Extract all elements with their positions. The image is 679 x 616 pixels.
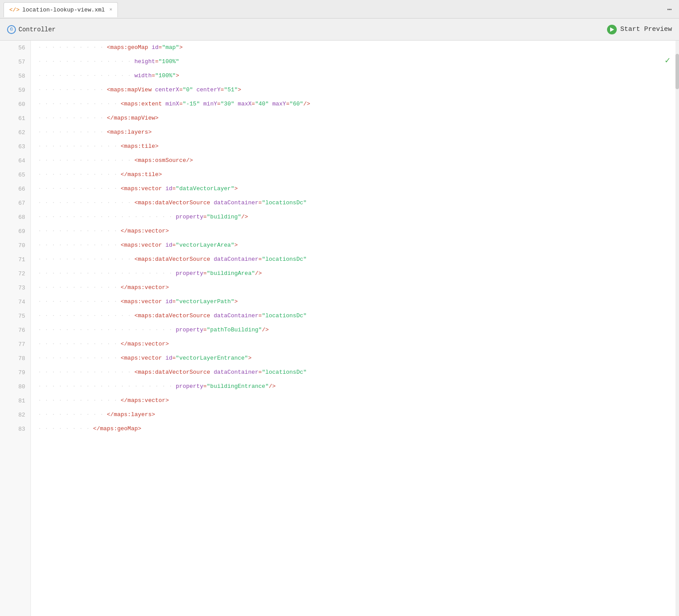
token-tag: /> [241,210,248,224]
token-attr-name: height [134,55,155,69]
token-tag: <maps:layers> [107,125,151,139]
code-line: · · · · · · · · · · · · </maps:vector> [31,224,679,238]
code-line: · · · · · · · · · · · · </maps:tile> [31,168,679,182]
token-tag: <maps:geoMap [107,41,148,55]
play-triangle [610,27,614,32]
token-attr-value: "vectorLayerEntrance" [176,351,248,365]
toolbar: © Controller Start Preview [0,19,679,41]
code-line: · · · · · · · · · · · · · · <maps:dataVe… [31,196,679,210]
token-tag: <maps:dataVectorSource [134,365,210,379]
token-space [162,295,166,309]
code-line: · · · · · · · · · · · · · · · · · · · · … [31,379,679,394]
token-space [151,83,155,97]
token-attr-name: width [134,69,151,83]
checkmark-icon: ✓ [665,55,670,66]
line-number: 76 [0,323,30,337]
indent: · · · · · · · · · · [38,41,107,55]
play-icon [607,25,617,34]
code-line: · · · · · · · · · · · · · · · · · · · · … [31,323,679,337]
indent: · · · · · · · · [38,422,93,436]
token-space [162,182,166,196]
start-preview-label: Start Preview [620,26,672,33]
code-line: · · · · · · · · · · <maps:layers> [31,125,679,139]
line-number: 67 [0,196,30,210]
file-tab[interactable]: </> location-lookup-view.xml × [4,2,118,17]
scrollbar-thumb[interactable] [675,54,679,89]
token-attr-name: maxX [238,97,252,111]
code-line: · · · · · · · · · · · · · · height="100%… [31,55,679,69]
token-tag: </maps:vector> [121,337,169,351]
indent: · · · · · · · · · · · · · · [38,154,134,168]
start-preview-button[interactable]: Start Preview [607,25,672,34]
line-number: 56 [0,41,30,55]
line-number: 64 [0,154,30,168]
indent: · · · · · · · · · · · · · · [38,196,134,210]
token-bracket: = [203,267,207,281]
token-attr-value: "locationsDc" [262,252,306,267]
token-attr-value: "100%" [158,55,179,69]
token-space [193,83,196,97]
indent: · · · · · · · · · · · · [38,281,121,295]
editor: 5657585960616263646566676869707172737475… [0,41,679,616]
token-attr-name: minY [204,97,217,111]
code-line: · · · · · · · · </maps:geoMap> [31,422,679,436]
code-line: · · · · · · · · · · · · · · <maps:osmSou… [31,154,679,168]
token-tag: <maps:mapView [107,83,151,97]
code-line: · · · · · · · · · · <maps:mapView center… [31,83,679,97]
indent: · · · · · · · · · · · · [38,139,121,154]
token-tag: <maps:vector [121,351,162,365]
indent: · · · · · · · · · · · · [38,224,121,238]
token-space [148,41,152,55]
code-line: · · · · · · · · · · · · <maps:vector id=… [31,351,679,365]
code-line: · · · · · · · · · · · · <maps:extent min… [31,97,679,111]
token-bracket: = [286,97,290,111]
token-attr-value: "60" [290,97,303,111]
token-attr-value: "40" [255,97,269,111]
token-space [162,351,166,365]
token-tag: <maps:extent [121,97,162,111]
token-attr-name: centerX [155,83,179,97]
indent: · · · · · · · · · · · · [38,97,121,111]
token-attr-value: "-15" [183,97,200,111]
code-line: · · · · · · · · · · · · <maps:tile> [31,139,679,154]
token-tag: /> [269,379,276,394]
scrollbar[interactable] [675,41,679,616]
token-tag: </maps:vector> [121,394,169,408]
token-bracket: > [248,351,252,365]
code-line: · · · · · · · · · · </maps:mapView> [31,111,679,125]
line-number: 63 [0,139,30,154]
token-attr-name: maxY [272,97,286,111]
line-numbers: 5657585960616263646566676869707172737475… [0,41,31,616]
line-number: 79 [0,365,30,379]
tab-more-button[interactable]: ⋯ [664,3,675,16]
indent: · · · · · · · · · · · · · · · · · · · · [38,379,176,394]
indent: · · · · · · · · · · · · [38,168,121,182]
token-attr-name: dataContainer [214,365,258,379]
token-attr-value: "30" [221,97,234,111]
token-bracket: = [179,97,183,111]
xml-file-icon: </> [9,7,19,13]
token-bracket: = [203,379,207,394]
token-attr-value: "locationsDc" [262,196,306,210]
code-area[interactable]: · · · · · · · · · · <maps:geoMap id="map… [31,41,679,616]
token-space [210,252,214,267]
token-bracket: = [172,182,176,196]
token-attr-name: id [166,238,173,252]
token-tag: /> [262,323,269,337]
token-attr-name: id [166,295,173,309]
tab-close-button[interactable]: × [109,7,113,12]
token-attr-name: dataContainer [214,309,258,323]
code-line: · · · · · · · · · · · · · · · · · · · · … [31,210,679,224]
token-attr-value: "building" [207,210,241,224]
token-bracket: = [172,238,176,252]
token-attr-name: id [166,351,173,365]
code-line: · · · · · · · · · · · · · · width="100%"… [31,69,679,83]
code-line: · · · · · · · · · · <maps:geoMap id="map… [31,41,679,55]
token-attr-name: minX [166,97,179,111]
token-bracket: > [234,238,238,252]
token-space [200,97,204,111]
token-bracket: = [179,83,183,97]
code-line: · · · · · · · · · · · · · · <maps:dataVe… [31,365,679,379]
token-attr-name: property [176,323,203,337]
token-tag: </maps:vector> [121,224,169,238]
